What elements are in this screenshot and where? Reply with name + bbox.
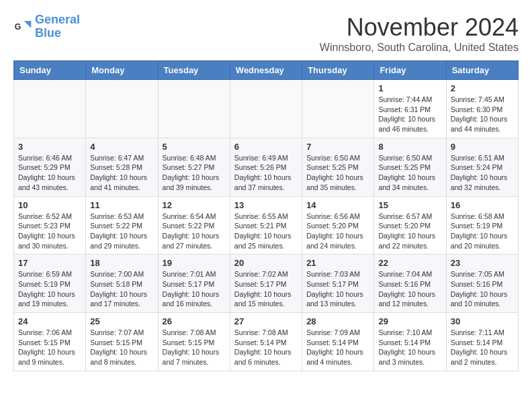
weekday-header: Wednesday <box>230 61 302 80</box>
day-info: Sunrise: 6:46 AM Sunset: 5:29 PM Dayligh… <box>18 153 81 193</box>
day-info: Sunrise: 6:49 AM Sunset: 5:26 PM Dayligh… <box>234 153 298 193</box>
day-number: 20 <box>234 258 298 268</box>
day-info: Sunrise: 7:05 AM Sunset: 5:16 PM Dayligh… <box>451 269 514 309</box>
day-number: 13 <box>234 200 298 210</box>
day-number: 19 <box>163 258 226 268</box>
day-number: 7 <box>306 142 369 152</box>
day-info: Sunrise: 6:58 AM Sunset: 5:19 PM Dayligh… <box>451 212 514 251</box>
page-header: G General Blue November 2024 Winnsboro, … <box>13 13 519 54</box>
day-info: Sunrise: 7:44 AM Sunset: 6:31 PM Dayligh… <box>378 95 441 134</box>
day-info: Sunrise: 7:45 AM Sunset: 6:30 PM Dayligh… <box>451 95 514 134</box>
calendar-cell <box>14 80 86 138</box>
day-number: 18 <box>90 258 153 268</box>
calendar-cell: 3Sunrise: 6:46 AM Sunset: 5:29 PM Daylig… <box>14 138 86 196</box>
day-number: 5 <box>163 142 226 152</box>
calendar-cell <box>302 80 374 138</box>
calendar-cell: 7Sunrise: 6:50 AM Sunset: 5:25 PM Daylig… <box>302 138 374 196</box>
day-info: Sunrise: 7:00 AM Sunset: 5:18 PM Dayligh… <box>90 269 153 309</box>
weekday-header: Sunday <box>14 61 86 80</box>
day-info: Sunrise: 7:09 AM Sunset: 5:14 PM Dayligh… <box>306 328 369 367</box>
day-number: 27 <box>234 316 298 326</box>
day-info: Sunrise: 6:56 AM Sunset: 5:20 PM Dayligh… <box>306 212 369 251</box>
day-info: Sunrise: 7:06 AM Sunset: 5:15 PM Dayligh… <box>18 328 81 367</box>
calendar-cell: 12Sunrise: 6:54 AM Sunset: 5:22 PM Dayli… <box>158 196 230 255</box>
calendar-cell <box>230 80 302 138</box>
day-number: 4 <box>90 142 153 152</box>
weekday-header: Tuesday <box>158 61 230 80</box>
calendar-cell: 30Sunrise: 7:11 AM Sunset: 5:14 PM Dayli… <box>446 313 518 371</box>
calendar-week-row: 24Sunrise: 7:06 AM Sunset: 5:15 PM Dayli… <box>14 313 519 371</box>
day-number: 23 <box>451 258 514 268</box>
weekday-header: Saturday <box>446 61 518 80</box>
day-info: Sunrise: 7:01 AM Sunset: 5:17 PM Dayligh… <box>163 269 226 309</box>
day-number: 25 <box>90 316 153 326</box>
day-info: Sunrise: 7:08 AM Sunset: 5:14 PM Dayligh… <box>234 328 298 367</box>
calendar-cell: 9Sunrise: 6:51 AM Sunset: 5:24 PM Daylig… <box>446 138 518 196</box>
weekday-header-row: SundayMondayTuesdayWednesdayThursdayFrid… <box>14 61 519 80</box>
calendar-cell: 11Sunrise: 6:53 AM Sunset: 5:22 PM Dayli… <box>86 196 158 255</box>
day-number: 6 <box>234 142 298 152</box>
calendar-cell: 18Sunrise: 7:00 AM Sunset: 5:18 PM Dayli… <box>86 255 158 313</box>
day-info: Sunrise: 6:50 AM Sunset: 5:25 PM Dayligh… <box>306 153 369 193</box>
day-number: 16 <box>451 200 514 210</box>
day-number: 14 <box>306 200 369 210</box>
calendar-cell: 19Sunrise: 7:01 AM Sunset: 5:17 PM Dayli… <box>158 255 230 313</box>
day-info: Sunrise: 7:07 AM Sunset: 5:15 PM Dayligh… <box>90 328 153 367</box>
title-block: November 2024 Winnsboro, South Carolina,… <box>320 13 519 54</box>
calendar-cell: 22Sunrise: 7:04 AM Sunset: 5:16 PM Dayli… <box>374 255 446 313</box>
calendar-week-row: 1Sunrise: 7:44 AM Sunset: 6:31 PM Daylig… <box>14 80 519 138</box>
day-number: 9 <box>451 142 514 152</box>
svg-marker-1 <box>24 21 32 28</box>
calendar-cell <box>86 80 158 138</box>
day-number: 21 <box>306 258 369 268</box>
month-title: November 2024 <box>320 13 519 42</box>
calendar-cell: 13Sunrise: 6:55 AM Sunset: 5:21 PM Dayli… <box>230 196 302 255</box>
day-info: Sunrise: 7:03 AM Sunset: 5:17 PM Dayligh… <box>306 269 369 309</box>
weekday-header: Monday <box>86 61 158 80</box>
day-info: Sunrise: 6:51 AM Sunset: 5:24 PM Dayligh… <box>451 153 514 193</box>
weekday-header: Friday <box>374 61 446 80</box>
day-number: 26 <box>163 316 226 326</box>
calendar-cell: 25Sunrise: 7:07 AM Sunset: 5:15 PM Dayli… <box>86 313 158 371</box>
day-info: Sunrise: 6:55 AM Sunset: 5:21 PM Dayligh… <box>234 212 298 251</box>
day-info: Sunrise: 7:08 AM Sunset: 5:15 PM Dayligh… <box>163 328 226 367</box>
calendar-cell: 20Sunrise: 7:02 AM Sunset: 5:17 PM Dayli… <box>230 255 302 313</box>
day-number: 10 <box>18 200 81 210</box>
logo-text: General Blue <box>35 13 80 40</box>
day-info: Sunrise: 6:59 AM Sunset: 5:19 PM Dayligh… <box>18 269 81 309</box>
day-number: 17 <box>18 258 81 268</box>
weekday-header: Thursday <box>302 61 374 80</box>
calendar-cell: 10Sunrise: 6:52 AM Sunset: 5:23 PM Dayli… <box>14 196 86 255</box>
calendar-cell: 23Sunrise: 7:05 AM Sunset: 5:16 PM Dayli… <box>446 255 518 313</box>
logo: G General Blue <box>13 13 80 40</box>
calendar: SundayMondayTuesdayWednesdayThursdayFrid… <box>13 60 519 371</box>
calendar-cell: 27Sunrise: 7:08 AM Sunset: 5:14 PM Dayli… <box>230 313 302 371</box>
day-number: 2 <box>451 83 514 93</box>
day-info: Sunrise: 7:11 AM Sunset: 5:14 PM Dayligh… <box>451 328 514 367</box>
day-info: Sunrise: 6:57 AM Sunset: 5:20 PM Dayligh… <box>378 212 441 251</box>
day-info: Sunrise: 6:54 AM Sunset: 5:22 PM Dayligh… <box>163 212 226 251</box>
calendar-cell: 8Sunrise: 6:50 AM Sunset: 5:25 PM Daylig… <box>374 138 446 196</box>
day-number: 11 <box>90 200 153 210</box>
calendar-cell: 28Sunrise: 7:09 AM Sunset: 5:14 PM Dayli… <box>302 313 374 371</box>
day-number: 3 <box>18 142 81 152</box>
day-info: Sunrise: 6:52 AM Sunset: 5:23 PM Dayligh… <box>18 212 81 251</box>
svg-text:G: G <box>15 21 21 31</box>
day-info: Sunrise: 6:47 AM Sunset: 5:28 PM Dayligh… <box>90 153 153 193</box>
calendar-cell: 4Sunrise: 6:47 AM Sunset: 5:28 PM Daylig… <box>86 138 158 196</box>
day-number: 24 <box>18 316 81 326</box>
day-info: Sunrise: 6:50 AM Sunset: 5:25 PM Dayligh… <box>378 153 441 193</box>
day-number: 29 <box>378 316 441 326</box>
calendar-cell: 26Sunrise: 7:08 AM Sunset: 5:15 PM Dayli… <box>158 313 230 371</box>
day-info: Sunrise: 6:48 AM Sunset: 5:27 PM Dayligh… <box>163 153 226 193</box>
day-info: Sunrise: 7:04 AM Sunset: 5:16 PM Dayligh… <box>378 269 441 309</box>
calendar-cell: 2Sunrise: 7:45 AM Sunset: 6:30 PM Daylig… <box>446 80 518 138</box>
day-info: Sunrise: 7:02 AM Sunset: 5:17 PM Dayligh… <box>234 269 298 309</box>
day-number: 15 <box>378 200 441 210</box>
day-info: Sunrise: 6:53 AM Sunset: 5:22 PM Dayligh… <box>90 212 153 251</box>
calendar-cell: 21Sunrise: 7:03 AM Sunset: 5:17 PM Dayli… <box>302 255 374 313</box>
calendar-cell <box>158 80 230 138</box>
calendar-cell: 17Sunrise: 6:59 AM Sunset: 5:19 PM Dayli… <box>14 255 86 313</box>
day-number: 8 <box>378 142 441 152</box>
calendar-cell: 14Sunrise: 6:56 AM Sunset: 5:20 PM Dayli… <box>302 196 374 255</box>
